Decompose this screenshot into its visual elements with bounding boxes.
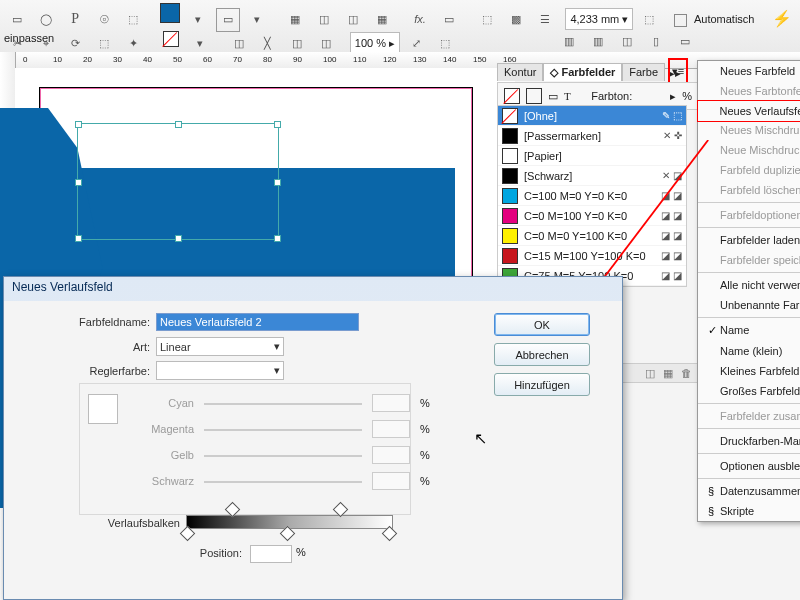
- name-input[interactable]: Neues Verlaufsfeld 2: [156, 313, 359, 331]
- flyout-item: Neue Mischdruckfarbengruppe: [698, 140, 800, 160]
- flyout-item: Farbfelder speichern: [698, 250, 800, 270]
- yellow-value[interactable]: [372, 446, 410, 464]
- add-button[interactable]: Hinzufügen: [494, 373, 590, 396]
- fill-none-icon[interactable]: [504, 88, 520, 104]
- flyout-item: Farbfeld duplizieren: [698, 160, 800, 180]
- ok-button[interactable]: OK: [494, 313, 590, 336]
- cyan-slider[interactable]: [204, 403, 362, 405]
- stopcolor-label: Reglerfarbe:: [34, 365, 150, 377]
- fill-color-chip[interactable]: [160, 3, 180, 23]
- tint-label: Farbton:: [591, 90, 632, 102]
- black-value[interactable]: [372, 472, 410, 490]
- cursor-icon: ↖: [474, 429, 487, 448]
- gradient-ramp[interactable]: [186, 515, 393, 529]
- flyout-item: Farbfelder zusammenführen: [698, 406, 800, 426]
- gradient-label: Verlaufsbalken: [82, 517, 180, 529]
- selection-frame[interactable]: [77, 123, 279, 240]
- yellow-slider[interactable]: [204, 455, 362, 457]
- position-input[interactable]: [250, 545, 292, 563]
- swatch-row[interactable]: C=15 M=100 Y=100 K=0◪ ◪: [498, 246, 686, 266]
- new-gradient-dialog: Neues Verlaufsfeld Farbfeldname: Neues V…: [3, 276, 623, 600]
- black-slider[interactable]: [204, 481, 362, 483]
- flyout-item[interactable]: Druckfarben-Manager: [698, 431, 800, 451]
- cmyk-group: Cyan% Magenta% Gelb% Schwarz%: [79, 383, 411, 515]
- flyout-item: Neues Farbtonfeld: [698, 81, 800, 101]
- autofit-checkbox[interactable]: [674, 14, 687, 27]
- swatch-row[interactable]: [Ohne]✎ ⬚: [498, 106, 686, 126]
- swatch-row[interactable]: [Schwarz]✕ ◪: [498, 166, 686, 186]
- flyout-item[interactable]: §Skripte: [698, 501, 800, 521]
- stroke-icon[interactable]: [526, 88, 542, 104]
- position-unit: %: [296, 546, 306, 558]
- panel-tabs: Kontur ◇ Farbfelder Farbe ▸▸: [497, 63, 685, 81]
- tab-kontur[interactable]: Kontur: [497, 63, 543, 81]
- tool-icon[interactable]: ◫: [615, 29, 639, 53]
- none-chip[interactable]: [159, 27, 183, 51]
- flyout-item[interactable]: Farbfelder laden: [698, 230, 800, 250]
- flyout-item[interactable]: ✓Name: [698, 320, 800, 341]
- app-toolbar: ▭ ◯ P ⦾ ⬚ ▾ ▭ ▾ ▦ ◫ ◫ ▦ fx. ▭ ⬚ ▩ ☰ 4,23…: [0, 0, 800, 53]
- text-target-icon[interactable]: T: [564, 90, 571, 102]
- swatch-row[interactable]: [Passermarken]✕ ✜: [498, 126, 686, 146]
- cyan-value[interactable]: [372, 394, 410, 412]
- flyout-item[interactable]: §Datenzusammenführung: [698, 481, 800, 501]
- cancel-button[interactable]: Abbrechen: [494, 343, 590, 366]
- new-swatch-icon[interactable]: ▦: [663, 367, 673, 380]
- flyout-item: Farbfeldoptionen: [698, 205, 800, 225]
- swatch-row[interactable]: C=100 M=0 Y=0 K=0◪ ◪: [498, 186, 686, 206]
- zoom-field[interactable]: 100 %▸: [350, 32, 400, 54]
- swatch-row[interactable]: C=0 M=0 Y=100 K=0◪ ◪: [498, 226, 686, 246]
- flyout-item[interactable]: Optionen ausblenden: [698, 456, 800, 476]
- tool-icon[interactable]: ▯: [644, 29, 668, 53]
- flyout-item[interactable]: Neues Verlaufsfeld: [697, 100, 801, 122]
- flyout-item: Farbfeld löschen: [698, 180, 800, 200]
- flyout-item[interactable]: Alle nicht verwendeten auswählen: [698, 275, 800, 295]
- position-label: Position:: [182, 547, 242, 559]
- flyout-item[interactable]: Kleines Farbfeld: [698, 361, 800, 381]
- swatch-row[interactable]: C=0 M=100 Y=0 K=0◪ ◪: [498, 206, 686, 226]
- swatch-list[interactable]: [Ohne]✎ ⬚[Passermarken]✕ ✜[Papier][Schwa…: [497, 105, 687, 287]
- name-label: Farbfeldname:: [34, 316, 150, 328]
- tool-icon[interactable]: ▥: [557, 29, 581, 53]
- formatting-target-icon[interactable]: ▭: [548, 90, 558, 103]
- flyout-item[interactable]: Unbenannte Farben hinzufügen: [698, 295, 800, 315]
- swatch-row[interactable]: [Papier]: [498, 146, 686, 166]
- flyout-item[interactable]: Großes Farbfeld: [698, 381, 800, 401]
- type-combo[interactable]: Linear▾: [156, 337, 284, 356]
- magenta-slider[interactable]: [204, 429, 362, 431]
- trash-icon[interactable]: 🗑: [681, 367, 692, 379]
- tab-farbe[interactable]: Farbe: [622, 63, 665, 81]
- tint-unit: %: [682, 90, 692, 102]
- magenta-value[interactable]: [372, 420, 410, 438]
- tab-farbfelder[interactable]: ◇ Farbfelder: [543, 63, 622, 81]
- tool-icon[interactable]: ▭: [673, 29, 697, 53]
- flyout-item[interactable]: Name (klein): [698, 341, 800, 361]
- new-swatch-icon[interactable]: ◫: [645, 367, 655, 380]
- type-label: Art:: [34, 341, 150, 353]
- stopcolor-combo[interactable]: ▾: [156, 361, 284, 380]
- cmyk-preview: [88, 394, 118, 424]
- panel-flyout-button[interactable]: ▾≡: [668, 58, 688, 84]
- tool-icon[interactable]: ▥: [586, 29, 610, 53]
- flyout-item: Neues Mischdruckfarbenfeld: [698, 120, 800, 140]
- panel-flyout-menu[interactable]: Neues FarbfeldNeues FarbtonfeldNeues Ver…: [697, 60, 800, 522]
- lightning-icon[interactable]: ⚡: [772, 9, 792, 28]
- flyout-item[interactable]: Neues Farbfeld: [698, 61, 800, 81]
